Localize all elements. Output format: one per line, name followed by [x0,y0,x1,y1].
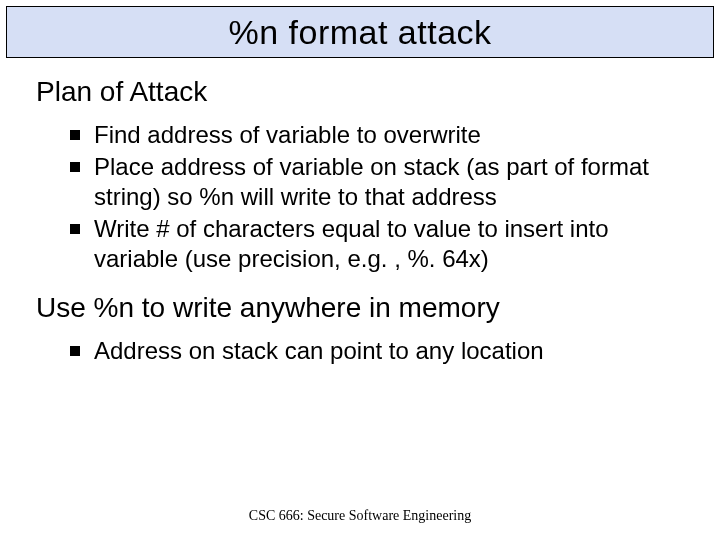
slide-content: Plan of Attack Find address of variable … [0,58,720,366]
title-bar: %n format attack [6,6,714,58]
bullet-list: Find address of variable to overwrite Pl… [36,120,684,274]
list-item: Write # of characters equal to value to … [70,214,684,274]
list-item: Find address of variable to overwrite [70,120,684,150]
section-heading: Plan of Attack [36,76,684,108]
bullet-list: Address on stack can point to any locati… [36,336,684,366]
slide-footer: CSC 666: Secure Software Engineering [0,508,720,524]
list-item: Address on stack can point to any locati… [70,336,684,366]
section-heading: Use %n to write anywhere in memory [36,292,684,324]
list-item: Place address of variable on stack (as p… [70,152,684,212]
slide-title: %n format attack [228,13,491,52]
